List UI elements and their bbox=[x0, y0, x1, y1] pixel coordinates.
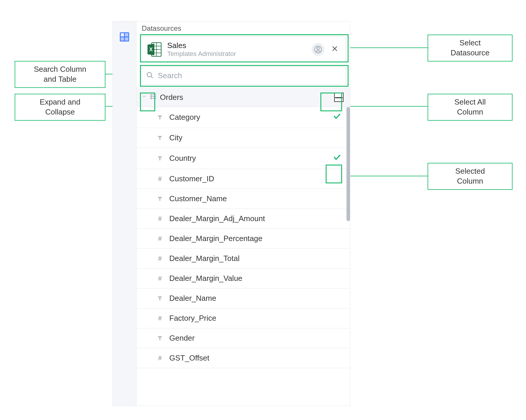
number-type-icon: # bbox=[156, 275, 164, 282]
annotation-text: Selected Column bbox=[455, 167, 485, 185]
chevron-down-icon[interactable] bbox=[141, 94, 147, 101]
table-name: Orders bbox=[160, 93, 331, 102]
column-row[interactable]: Category bbox=[136, 107, 350, 128]
columns-list[interactable]: CategoryCityCountry#Customer_IDCustomer_… bbox=[136, 107, 350, 406]
column-name: Dealer_Margin_Adj_Amount bbox=[169, 214, 341, 223]
text-type-icon bbox=[156, 295, 164, 302]
annotation-selected-column: Selected Column bbox=[428, 163, 513, 190]
column-row[interactable]: City bbox=[136, 128, 350, 148]
check-icon[interactable] bbox=[333, 153, 341, 163]
column-row[interactable]: Dealer_Name bbox=[136, 288, 350, 308]
column-name: Dealer_Margin_Value bbox=[169, 274, 341, 283]
svg-rect-4 bbox=[125, 37, 128, 41]
annotation-text: Select All Column bbox=[455, 98, 486, 116]
column-name: Customer_Name bbox=[169, 194, 341, 203]
column-row[interactable]: #Factory_Price bbox=[136, 308, 350, 328]
text-type-icon bbox=[156, 196, 164, 202]
svg-point-15 bbox=[147, 72, 151, 77]
column-row[interactable]: Gender bbox=[136, 328, 350, 348]
column-name: Factory_Price bbox=[169, 314, 341, 323]
number-type-icon: # bbox=[156, 215, 164, 223]
annotation-select-all-column: Select All Column bbox=[428, 94, 513, 121]
search-icon bbox=[146, 71, 154, 80]
annotation-text: Expand and Collapse bbox=[40, 98, 81, 116]
column-row[interactable]: #Customer_ID bbox=[136, 169, 350, 189]
datasource-name: Sales bbox=[167, 41, 307, 50]
text-type-icon bbox=[156, 335, 164, 342]
column-name: Country bbox=[169, 154, 328, 163]
column-row[interactable]: Customer_Name bbox=[136, 189, 350, 209]
svg-point-21 bbox=[151, 96, 152, 97]
annotation-text: Search Column and Table bbox=[34, 65, 86, 83]
scrollbar-thumb[interactable] bbox=[346, 107, 350, 221]
table-header-row[interactable]: Orders — bbox=[136, 88, 350, 107]
close-icon[interactable] bbox=[329, 45, 340, 54]
svg-rect-1 bbox=[121, 33, 124, 36]
search-input[interactable] bbox=[158, 71, 340, 80]
datasource-text: Sales Templates Administrator bbox=[167, 41, 307, 58]
table-view-icon[interactable] bbox=[118, 30, 131, 44]
column-name: Category bbox=[169, 113, 328, 122]
column-name: Customer_ID bbox=[169, 174, 341, 183]
svg-point-20 bbox=[151, 95, 152, 95]
text-type-icon bbox=[156, 155, 164, 162]
annotation-select-datasource: Select Datasource bbox=[428, 35, 513, 62]
datasource-card[interactable]: X Sales Templates Administrator bbox=[141, 37, 346, 62]
annotation-expand: Expand and Collapse bbox=[15, 94, 105, 121]
column-row[interactable]: #Dealer_Margin_Adj_Amount bbox=[136, 209, 350, 229]
number-type-icon: # bbox=[156, 255, 164, 262]
number-type-icon: # bbox=[156, 315, 164, 322]
check-icon[interactable] bbox=[333, 112, 341, 122]
main-content: Datasources X Sales Templates Administra… bbox=[136, 21, 350, 406]
column-row[interactable]: #Dealer_Margin_Value bbox=[136, 269, 350, 288]
list-icon bbox=[150, 93, 157, 101]
left-rail bbox=[113, 21, 136, 406]
text-type-icon bbox=[156, 135, 164, 141]
column-row[interactable]: #Dealer_Margin_Total bbox=[136, 249, 350, 269]
column-name: Dealer_Margin_Percentage bbox=[169, 234, 341, 243]
tristate-glyph: — bbox=[335, 93, 343, 102]
annotation-search: Search Column and Table bbox=[15, 61, 105, 88]
select-all-checkbox[interactable]: — bbox=[334, 93, 344, 102]
text-type-icon bbox=[156, 114, 164, 121]
datasource-subtitle: Templates Administrator bbox=[167, 50, 307, 58]
column-name: GST_Offset bbox=[169, 354, 341, 363]
number-type-icon: # bbox=[156, 175, 164, 183]
svg-text:X: X bbox=[149, 46, 153, 52]
column-name: Dealer_Margin_Total bbox=[169, 254, 341, 263]
column-name: City bbox=[169, 133, 341, 142]
svg-point-22 bbox=[151, 98, 152, 99]
svg-point-12 bbox=[317, 47, 319, 49]
section-header: Datasources bbox=[136, 21, 350, 35]
svg-line-16 bbox=[151, 76, 153, 78]
svg-rect-3 bbox=[121, 37, 124, 41]
excel-icon: X bbox=[146, 41, 163, 58]
datasource-panel: Datasources X Sales Templates Administra… bbox=[112, 21, 350, 406]
column-row[interactable]: Country bbox=[136, 148, 350, 169]
annotation-text: Select Datasource bbox=[451, 38, 490, 57]
column-name: Gender bbox=[169, 334, 341, 343]
column-name: Dealer_Name bbox=[169, 294, 341, 303]
number-type-icon: # bbox=[156, 235, 164, 243]
column-row[interactable]: #GST_Offset bbox=[136, 348, 350, 368]
number-type-icon: # bbox=[156, 354, 164, 362]
user-icon[interactable] bbox=[312, 43, 325, 56]
column-row[interactable]: #Dealer_Margin_Percentage bbox=[136, 229, 350, 249]
svg-rect-2 bbox=[125, 33, 128, 36]
search-box[interactable] bbox=[141, 67, 346, 85]
